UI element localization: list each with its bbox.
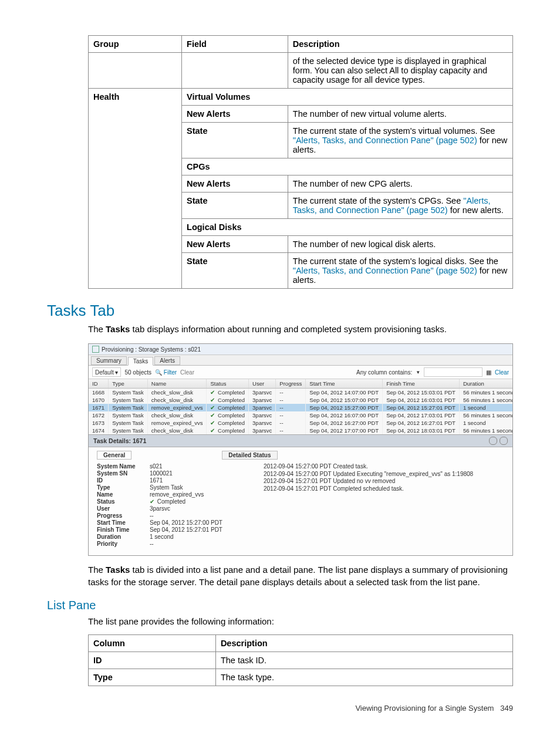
grid-header[interactable]: Name bbox=[147, 379, 207, 389]
panel-detailed-status[interactable]: Detailed Status bbox=[222, 451, 277, 460]
object-count: 50 objects bbox=[124, 369, 151, 376]
t2-col-column: Column bbox=[89, 635, 216, 652]
cross-ref-link[interactable]: "Alerts, Tasks, and Connection Pane" (pa… bbox=[293, 196, 491, 215]
contains-dropdown-icon[interactable]: ▼ bbox=[416, 370, 420, 375]
refresh-icon[interactable] bbox=[489, 437, 497, 445]
tasks-tab-screenshot: Provisioning : Storage Systems : s021 Su… bbox=[88, 343, 513, 556]
grid-header[interactable]: Duration bbox=[459, 379, 512, 389]
list-pane-table: Column Description IDThe task ID.TypeThe… bbox=[88, 634, 513, 686]
search-input[interactable] bbox=[424, 367, 483, 377]
grid-header[interactable]: User bbox=[249, 379, 276, 389]
tasks-intro: The Tasks tab displays information about… bbox=[88, 323, 513, 335]
task-details-body: General Detailed Status System Names021S… bbox=[89, 447, 512, 555]
task-row[interactable]: 1668System Taskcheck_slow_disk✔ Complete… bbox=[89, 389, 512, 397]
view-dropdown[interactable]: Default ▾ bbox=[92, 367, 121, 377]
grid-header[interactable]: Status bbox=[207, 379, 249, 389]
list-pane-intro: The list pane provides the following inf… bbox=[88, 616, 513, 627]
grid-header[interactable]: Start Time bbox=[306, 379, 383, 389]
tab-tasks[interactable]: Tasks bbox=[128, 357, 154, 366]
detailed-status-log: 2012-09-04 15:27:00 PDT Created task.201… bbox=[264, 463, 473, 547]
tab-alerts[interactable]: Alerts bbox=[154, 356, 180, 365]
task-row[interactable]: 1672System Taskcheck_slow_disk✔ Complete… bbox=[89, 411, 512, 419]
panel-general[interactable]: General bbox=[97, 451, 131, 460]
general-kv: System Names021System SN1000021ID1671Typ… bbox=[97, 463, 222, 547]
page-footer: Viewing Provisioning for a Single System… bbox=[47, 704, 513, 713]
task-details-bar: Task Details: 1671 bbox=[89, 434, 512, 447]
ss-breadcrumb: Provisioning : Storage Systems : s021 bbox=[89, 344, 512, 355]
col-group: Group bbox=[89, 36, 182, 53]
heading-tasks-tab: Tasks Tab bbox=[47, 302, 513, 320]
grid-header[interactable]: Progress bbox=[276, 379, 306, 389]
ss-tabstrip: Summary Tasks Alerts bbox=[89, 355, 512, 366]
contains-label: Any column contains: bbox=[356, 369, 412, 376]
filter-link[interactable]: 🔍 Filter bbox=[155, 369, 177, 376]
ss-toolbar: Default ▾ 50 objects 🔍 Filter Clear Any … bbox=[89, 366, 512, 379]
clear-filter-link[interactable]: Clear bbox=[180, 369, 194, 376]
window-icon bbox=[92, 346, 99, 353]
clear-link[interactable]: Clear bbox=[495, 369, 509, 376]
cross-ref-link[interactable]: "Alerts, Tasks, and Connection Pane" (pa… bbox=[293, 136, 477, 145]
help-icon[interactable] bbox=[500, 437, 508, 445]
task-row[interactable]: 1673System Taskremove_expired_vvs✔ Compl… bbox=[89, 419, 512, 427]
heading-list-pane: List Pane bbox=[47, 599, 513, 612]
tab-summary[interactable]: Summary bbox=[91, 356, 127, 365]
grid-header[interactable]: ID bbox=[89, 379, 109, 389]
task-row[interactable]: 1670System Taskcheck_slow_disk✔ Complete… bbox=[89, 396, 512, 404]
col-description: Description bbox=[288, 36, 512, 53]
tasks-explanation: The Tasks tab is divided into a list pan… bbox=[88, 564, 513, 588]
t2-col-description: Description bbox=[215, 635, 512, 652]
col-field: Field bbox=[182, 36, 288, 53]
grid-header[interactable]: Type bbox=[109, 379, 148, 389]
columns-icon[interactable]: ▦ bbox=[486, 369, 491, 376]
task-row[interactable]: 1674System Taskcheck_slow_disk✔ Complete… bbox=[89, 427, 512, 434]
field-description-table: Group Field Description of the selected … bbox=[88, 35, 513, 289]
cross-ref-link[interactable]: "Alerts, Tasks, and Connection Pane" (pa… bbox=[293, 266, 477, 275]
task-grid: IDTypeNameStatusUserProgressStart TimeFi… bbox=[89, 379, 512, 434]
grid-header[interactable]: Finish Time bbox=[383, 379, 460, 389]
task-row[interactable]: 1671System Taskremove_expired_vvs✔ Compl… bbox=[89, 404, 512, 411]
